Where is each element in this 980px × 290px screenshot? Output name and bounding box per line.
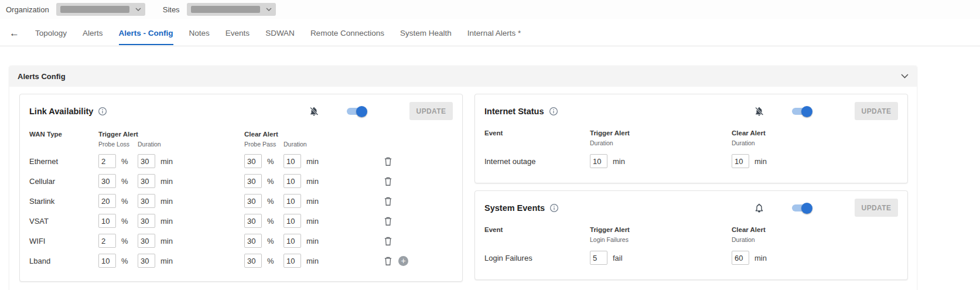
percent-unit: % <box>121 257 128 265</box>
col-clear-alert: Clear Alert <box>732 226 898 233</box>
trigger-duration-input[interactable] <box>138 154 155 168</box>
tab-sdwan[interactable]: SDWAN <box>265 21 295 45</box>
probe-pass-input[interactable] <box>244 154 262 168</box>
probe-pass-input[interactable] <box>244 234 262 248</box>
probe-loss-input[interactable] <box>98 214 116 228</box>
info-icon[interactable] <box>98 107 107 116</box>
probe-pass-input[interactable] <box>244 194 262 208</box>
percent-unit: % <box>267 197 274 206</box>
enable-toggle[interactable] <box>791 202 812 214</box>
update-button[interactable]: UPDATE <box>409 102 453 120</box>
min-unit: min <box>306 257 319 265</box>
page-tabs-bar: ← Topology Alerts Alerts - Config Notes … <box>0 21 980 46</box>
chevron-down-icon <box>266 8 272 11</box>
clear-duration-input[interactable] <box>284 194 301 208</box>
col-event: Event <box>484 129 590 137</box>
tab-alerts[interactable]: Alerts <box>83 21 103 45</box>
panel-header: Alerts Config <box>9 66 917 87</box>
card-title: System Events <box>484 203 545 213</box>
chevron-down-icon <box>135 8 141 11</box>
subcol-duration: Duration <box>284 141 377 148</box>
probe-loss-input[interactable] <box>98 194 116 208</box>
update-button[interactable]: UPDATE <box>855 199 898 217</box>
probe-pass-input[interactable] <box>244 214 262 228</box>
delete-row-icon[interactable] <box>377 196 398 206</box>
system-events-card: System Events UPDATE Event Trigger Aler <box>474 190 908 280</box>
organization-select[interactable] <box>56 3 145 16</box>
delete-row-icon[interactable] <box>377 216 398 226</box>
min-unit: min <box>613 157 625 166</box>
trigger-duration-input[interactable] <box>138 254 155 268</box>
probe-loss-input[interactable] <box>98 234 116 248</box>
trigger-duration-input[interactable] <box>138 214 155 228</box>
probe-pass-input[interactable] <box>244 174 262 188</box>
card-header: Link Availability UPDATE <box>29 102 453 120</box>
min-unit: min <box>161 217 173 226</box>
update-button[interactable]: UPDATE <box>855 102 898 120</box>
tab-topology[interactable]: Topology <box>35 21 67 45</box>
trigger-duration-input[interactable] <box>138 174 155 188</box>
table-row: Login Failures fail min <box>484 247 898 269</box>
clear-duration-input[interactable] <box>284 214 301 228</box>
col-trigger-alert: Trigger Alert <box>590 129 732 137</box>
clear-duration-input[interactable] <box>284 154 301 168</box>
delete-row-icon[interactable] <box>377 176 398 186</box>
percent-unit: % <box>121 157 128 166</box>
min-unit: min <box>754 157 767 166</box>
redacted-site-value <box>191 6 260 13</box>
percent-unit: % <box>267 157 274 166</box>
event-label: Login Failures <box>484 254 590 262</box>
table-row: VSAT % min % min <box>29 211 453 231</box>
clear-duration-input[interactable] <box>284 254 301 268</box>
notifications-off-icon[interactable] <box>309 106 319 117</box>
clear-duration-input[interactable] <box>732 154 749 168</box>
trigger-duration-input[interactable] <box>590 154 607 168</box>
subcol-probe-loss: Probe Loss <box>98 141 138 148</box>
sites-select[interactable] <box>187 3 276 16</box>
tab-internal-alerts[interactable]: Internal Alerts * <box>467 21 521 45</box>
info-icon[interactable] <box>549 107 558 116</box>
table-row: Internet outage min min <box>484 150 898 172</box>
delete-row-icon[interactable] <box>377 156 398 166</box>
tab-remote-connections[interactable]: Remote Connections <box>310 21 384 45</box>
back-icon[interactable]: ← <box>9 28 19 38</box>
clear-duration-input[interactable] <box>284 234 301 248</box>
table-row: Ethernet % min % min <box>29 151 453 171</box>
redacted-organization-value <box>60 6 129 13</box>
min-unit: min <box>161 197 173 206</box>
clear-duration-input[interactable] <box>284 174 301 188</box>
notifications-off-icon[interactable] <box>754 106 764 117</box>
trigger-duration-input[interactable] <box>138 234 155 248</box>
info-icon[interactable] <box>549 203 559 213</box>
tab-alerts-config[interactable]: Alerts - Config <box>119 21 173 45</box>
right-column: Internet Status UPDATE Event Trigger Al <box>474 94 908 280</box>
delete-row-icon[interactable] <box>377 256 398 266</box>
tab-system-health[interactable]: System Health <box>400 21 452 45</box>
subcol-probe-pass: Probe Pass <box>244 141 284 148</box>
min-unit: min <box>306 217 319 226</box>
probe-loss-input[interactable] <box>98 154 116 168</box>
table-header-row: Event Trigger Alert Clear Alert <box>484 128 898 138</box>
tab-events[interactable]: Events <box>226 21 250 45</box>
probe-loss-input[interactable] <box>98 174 116 188</box>
min-unit: min <box>161 157 173 166</box>
enable-toggle[interactable] <box>791 105 812 117</box>
delete-row-icon[interactable] <box>377 236 398 246</box>
enable-toggle[interactable] <box>346 105 367 117</box>
card-header: System Events UPDATE <box>484 199 898 217</box>
card-header: Internet Status UPDATE <box>484 102 898 120</box>
collapse-chevron-icon[interactable] <box>901 74 909 79</box>
probe-loss-input[interactable] <box>98 254 116 268</box>
clear-duration-input[interactable] <box>732 251 749 265</box>
notifications-icon[interactable] <box>754 203 764 213</box>
login-failures-input[interactable] <box>590 251 607 265</box>
probe-pass-input[interactable] <box>244 254 262 268</box>
add-row-icon[interactable]: + <box>398 256 408 266</box>
trigger-duration-input[interactable] <box>138 194 155 208</box>
fail-unit: fail <box>613 254 623 262</box>
internet-status-card: Internet Status UPDATE Event Trigger Al <box>474 94 908 183</box>
percent-unit: % <box>121 177 128 186</box>
col-wan-type: WAN Type <box>29 131 98 138</box>
min-unit: min <box>161 177 173 186</box>
tab-notes[interactable]: Notes <box>189 21 210 45</box>
